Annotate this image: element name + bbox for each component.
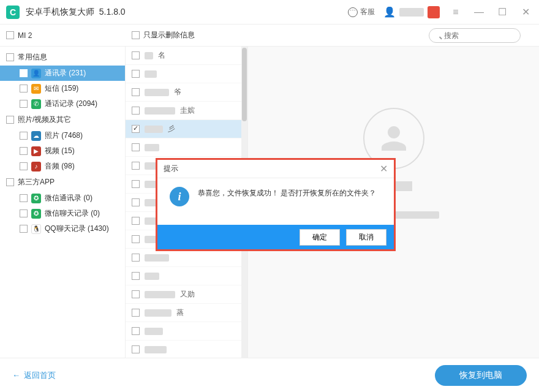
row-checkbox[interactable] <box>132 198 140 206</box>
dialog-close-icon[interactable]: ✕ <box>380 163 388 175</box>
ok-button[interactable]: 确定 <box>300 229 340 246</box>
contact-text-blurred <box>145 52 153 59</box>
device-name: MI 2 <box>18 31 32 40</box>
tree-item[interactable]: ✆通话记录 (2094) <box>0 96 125 111</box>
list-item[interactable]: 圭嫔 <box>126 102 247 120</box>
tree-group[interactable]: 常用信息 <box>0 49 125 66</box>
footer: ← 返回首页 恢复到电脑 <box>0 358 539 392</box>
title-bar: C 安卓手机恢复大师 5.1.8.0 客服 👤 ≡ — ☐ ✕ <box>0 0 539 24</box>
item-checkbox[interactable] <box>20 209 28 217</box>
tree-item[interactable]: ✪微信聊天记录 (0) <box>0 206 125 221</box>
contact-suffix: 蒸 <box>176 307 184 318</box>
item-checkbox[interactable] <box>20 69 28 77</box>
row-checkbox[interactable] <box>132 254 140 262</box>
row-checkbox[interactable] <box>132 70 140 78</box>
cancel-button[interactable]: 取消 <box>346 229 386 246</box>
tree-item[interactable]: ♪音频 (98) <box>0 159 125 174</box>
group-label: 照片/视频及其它 <box>18 115 71 125</box>
tree-item[interactable]: ✪微信通讯录 (0) <box>0 190 125 206</box>
tree-group[interactable]: 照片/视频及其它 <box>0 111 125 128</box>
group-checkbox[interactable] <box>6 178 14 186</box>
item-label: 音频 (98) <box>45 161 75 172</box>
list-item[interactable]: 蒸 <box>126 304 247 322</box>
contact-text-blurred <box>145 89 169 96</box>
item-checkbox[interactable] <box>20 194 28 202</box>
wx-icon: ✪ <box>31 209 41 219</box>
scroll-thumb[interactable] <box>242 48 247 121</box>
item-checkbox[interactable] <box>20 100 28 108</box>
row-checkbox[interactable] <box>132 272 140 280</box>
maximize-button[interactable]: ☐ <box>495 5 510 20</box>
list-item[interactable] <box>126 65 247 83</box>
row-checkbox[interactable] <box>132 235 140 243</box>
list-item[interactable]: 爷 <box>126 83 247 102</box>
group-checkbox[interactable] <box>6 53 14 61</box>
photo-icon: ☁ <box>31 131 41 141</box>
row-checkbox[interactable] <box>132 125 140 133</box>
contact-suffix: 圭嫔 <box>180 105 195 116</box>
list-item[interactable]: 名 <box>126 47 247 65</box>
call-icon: ✆ <box>31 99 41 109</box>
row-checkbox[interactable] <box>132 290 140 298</box>
back-arrow-icon: ← <box>12 371 20 380</box>
item-label: 通讯录 (231) <box>45 68 86 78</box>
row-checkbox[interactable] <box>132 217 140 225</box>
tree-group[interactable]: 第三方APP <box>0 174 125 190</box>
recover-button[interactable]: 恢复到电脑 <box>435 365 527 386</box>
tree-item[interactable]: 👤通讯录 (231) <box>0 66 125 81</box>
row-checkbox[interactable] <box>132 327 140 335</box>
row-checkbox[interactable] <box>132 143 140 151</box>
item-checkbox[interactable] <box>20 225 28 233</box>
item-checkbox[interactable] <box>20 85 28 92</box>
avatar-icon <box>428 6 440 18</box>
tree-item[interactable]: ▶视频 (15) <box>0 143 125 159</box>
wx-icon: ✪ <box>31 194 41 203</box>
contact-text-blurred <box>145 236 157 243</box>
person-icon <box>375 120 412 157</box>
contact-text-blurred <box>145 107 175 115</box>
filter-deleted-checkbox[interactable] <box>132 31 140 39</box>
sms-icon: ✉ <box>31 84 41 94</box>
back-home-link[interactable]: ← 返回首页 <box>12 370 56 381</box>
list-item[interactable] <box>126 341 247 358</box>
contact-text-blurred <box>145 291 175 298</box>
group-checkbox[interactable] <box>6 116 14 124</box>
list-item[interactable] <box>126 322 247 341</box>
contact-icon: 👤 <box>31 69 41 78</box>
customer-service-link[interactable]: 客服 <box>348 7 375 17</box>
dialog-message: 恭喜您，文件恢复成功！ 是否打开恢复所在的文件夹？ <box>198 187 376 216</box>
item-checkbox[interactable] <box>20 132 28 140</box>
item-checkbox[interactable] <box>20 147 28 155</box>
row-checkbox[interactable] <box>132 309 140 317</box>
list-item[interactable] <box>126 267 247 285</box>
row-checkbox[interactable] <box>132 107 140 115</box>
item-label: 照片 (7468) <box>45 130 83 141</box>
user-icon: 👤 <box>383 6 396 18</box>
item-label: QQ聊天记录 (1430) <box>45 224 109 234</box>
item-checkbox[interactable] <box>20 162 28 170</box>
list-item[interactable]: 彡 <box>126 120 247 138</box>
row-checkbox[interactable] <box>132 51 140 59</box>
close-button[interactable]: ✕ <box>518 5 533 20</box>
row-checkbox[interactable] <box>132 180 140 188</box>
list-item[interactable] <box>126 249 247 267</box>
menu-button[interactable]: ≡ <box>448 5 463 20</box>
username-blurred <box>399 8 424 17</box>
row-checkbox[interactable] <box>132 88 140 96</box>
tree-item[interactable]: ✉短信 (159) <box>0 81 125 96</box>
filter-deleted-label: 只显示删除信息 <box>143 30 195 40</box>
contact-text-blurred <box>145 254 169 262</box>
user-account[interactable]: 👤 <box>383 6 440 18</box>
row-checkbox[interactable] <box>132 162 140 170</box>
device-checkbox[interactable] <box>6 31 14 39</box>
contact-text-blurred <box>145 70 157 78</box>
row-checkbox[interactable] <box>132 345 140 353</box>
list-item[interactable] <box>126 138 247 157</box>
tree-item[interactable]: 🐧QQ聊天记录 (1430) <box>0 221 125 236</box>
contact-text-blurred <box>145 273 159 280</box>
list-item[interactable]: 又勋 <box>126 285 247 304</box>
minimize-button[interactable]: — <box>472 5 486 20</box>
app-title: 安卓手机恢复大师 5.1.8.0 <box>26 7 126 18</box>
search-input[interactable] <box>429 28 521 43</box>
tree-item[interactable]: ☁照片 (7468) <box>0 128 125 143</box>
